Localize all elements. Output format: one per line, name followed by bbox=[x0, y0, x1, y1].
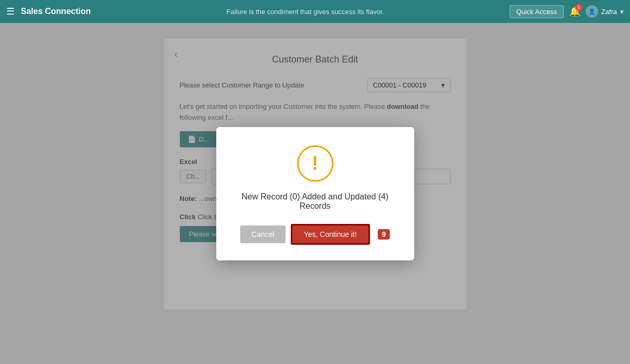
countdown-badge: 9 bbox=[378, 229, 390, 240]
avatar: 👤 bbox=[586, 5, 598, 18]
chevron-down-icon: ▾ bbox=[620, 8, 624, 16]
cancel-button[interactable]: Cancel bbox=[240, 225, 286, 243]
modal-overlay: ! New Record (0) Added and Updated (4) R… bbox=[0, 23, 630, 364]
menu-icon[interactable]: ☰ bbox=[6, 6, 15, 17]
notification-icon[interactable]: 🔔 1 bbox=[569, 6, 580, 17]
app-logo: Sales Connection bbox=[21, 7, 91, 16]
modal-message: New Record (0) Added and Updated (4) Rec… bbox=[232, 192, 399, 211]
continue-button[interactable]: Yes, Continue it! bbox=[291, 224, 369, 245]
app-header: ☰ Sales Connection Failure is the condim… bbox=[0, 0, 630, 23]
user-name: Zafra bbox=[601, 8, 617, 16]
quick-access-button[interactable]: Quick Access bbox=[510, 5, 564, 18]
user-menu[interactable]: 👤 Zafra ▾ bbox=[586, 5, 624, 18]
header-actions: Quick Access 🔔 1 👤 Zafra ▾ bbox=[510, 5, 624, 18]
warning-icon: ! bbox=[297, 145, 333, 182]
confirmation-modal: ! New Record (0) Added and Updated (4) R… bbox=[216, 127, 414, 260]
modal-buttons: Cancel Yes, Continue it! 9 bbox=[232, 224, 399, 245]
header-tagline: Failure is the condiment that gives succ… bbox=[101, 8, 509, 16]
notification-badge: 1 bbox=[575, 4, 583, 11]
